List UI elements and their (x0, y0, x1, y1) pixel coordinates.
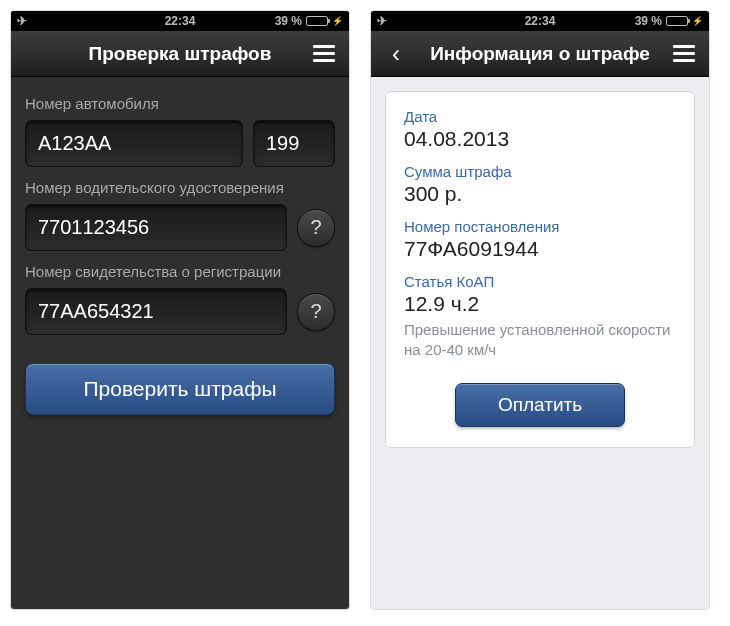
plate-input[interactable]: А123АА (25, 120, 243, 167)
amount-label: Сумма штрафа (404, 163, 676, 180)
status-bar: ✈ 22:34 39 % ⚡ (371, 11, 709, 31)
airplane-icon: ✈ (377, 14, 387, 28)
hamburger-icon (313, 45, 335, 62)
page-title: Информация о штрафе (411, 43, 669, 65)
detail-content: Дата 04.08.2013 Сумма штрафа 300 р. Номе… (371, 77, 709, 462)
date-label: Дата (404, 108, 676, 125)
status-bar: ✈ 22:34 39 % ⚡ (11, 11, 349, 31)
status-battery: 39 % ⚡ (275, 14, 343, 28)
license-input[interactable]: 7701123456 (25, 204, 287, 251)
check-fines-button[interactable]: Проверить штрафы (25, 363, 335, 415)
article-label: Статья КоАП (404, 273, 676, 290)
airplane-icon: ✈ (17, 14, 27, 28)
license-help-button[interactable]: ? (297, 209, 335, 247)
car-number-label: Номер автомобиля (25, 95, 335, 112)
charging-icon: ⚡ (692, 16, 703, 26)
phone-fine-info: ✈ 22:34 39 % ⚡ ‹ Информация о штрафе Дат… (370, 10, 710, 610)
amount-value: 300 р. (404, 182, 676, 206)
menu-button[interactable] (669, 45, 699, 62)
region-input[interactable]: 199 (253, 120, 335, 167)
chevron-left-icon: ‹ (392, 40, 400, 68)
hamburger-icon (673, 45, 695, 62)
form-content: Номер автомобиля А123АА 199 Номер водите… (11, 77, 349, 427)
phone-check-fines: ✈ 22:34 39 % ⚡ Проверка штрафов Номер ав… (10, 10, 350, 610)
battery-icon (666, 16, 688, 26)
status-time: 22:34 (525, 14, 556, 28)
battery-percent-text: 39 % (275, 14, 302, 28)
charging-icon: ⚡ (332, 16, 343, 26)
registration-input[interactable]: 77АА654321 (25, 288, 287, 335)
order-label: Номер постановления (404, 218, 676, 235)
registration-help-button[interactable]: ? (297, 293, 335, 331)
order-value: 77ФА6091944 (404, 237, 676, 261)
status-battery: 39 % ⚡ (635, 14, 703, 28)
page-title: Проверка штрафов (51, 43, 309, 65)
registration-label: Номер свидетельства о регистрации (25, 263, 335, 280)
license-label: Номер водительского удостоверения (25, 179, 335, 196)
pay-button[interactable]: Оплатить (455, 383, 625, 427)
battery-icon (306, 16, 328, 26)
violation-description: Превышение установленной скорости на 20-… (404, 320, 676, 361)
battery-percent-text: 39 % (635, 14, 662, 28)
nav-bar: ‹ Информация о штрафе (371, 31, 709, 77)
status-time: 22:34 (165, 14, 196, 28)
article-value: 12.9 ч.2 (404, 292, 676, 316)
date-value: 04.08.2013 (404, 127, 676, 151)
back-button[interactable]: ‹ (381, 40, 411, 68)
menu-button[interactable] (309, 45, 339, 62)
fine-card: Дата 04.08.2013 Сумма штрафа 300 р. Номе… (385, 91, 695, 448)
nav-bar: Проверка штрафов (11, 31, 349, 77)
